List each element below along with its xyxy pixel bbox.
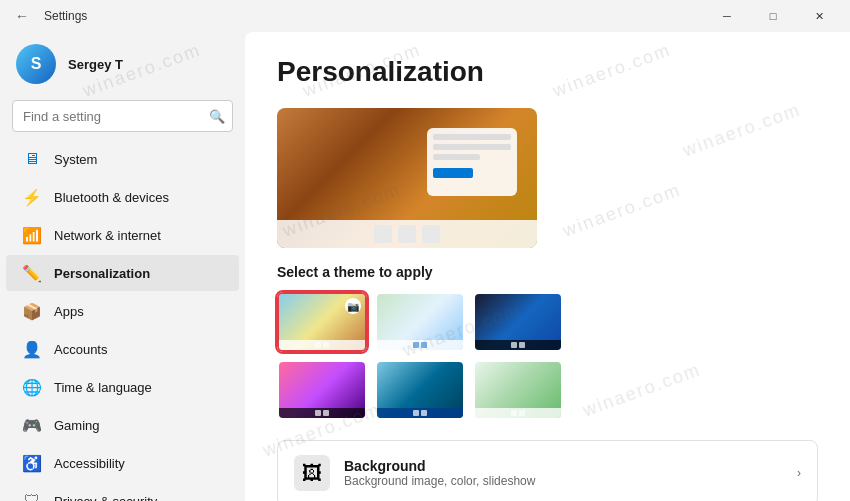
theme-2-taskbar bbox=[377, 340, 463, 350]
sidebar-item-bluetooth[interactable]: ⚡ Bluetooth & devices bbox=[6, 179, 239, 215]
sidebar-label-accounts: Accounts bbox=[54, 342, 107, 357]
avatar: S bbox=[16, 44, 56, 84]
preview-line-2 bbox=[433, 144, 511, 150]
taskbar-dot-3 bbox=[422, 225, 440, 243]
theme-section-label: Select a theme to apply bbox=[277, 264, 818, 280]
theme-3-taskbar bbox=[475, 340, 561, 350]
background-icon: 🖼 bbox=[294, 455, 330, 491]
privacy-icon: 🛡 bbox=[22, 491, 42, 501]
background-title: Background bbox=[344, 458, 797, 474]
theme-5-bg bbox=[377, 362, 463, 418]
sidebar-item-privacy[interactable]: 🛡 Privacy & security bbox=[6, 483, 239, 501]
theme-3-thumb[interactable] bbox=[473, 292, 563, 352]
taskbar-dot-1 bbox=[374, 225, 392, 243]
sidebar: S Sergey T 🔍 🖥 System ⚡ Bluetooth & devi… bbox=[0, 32, 245, 501]
minimize-button[interactable]: ─ bbox=[704, 0, 750, 32]
window-title: Settings bbox=[36, 9, 704, 23]
accounts-icon: 👤 bbox=[22, 339, 42, 359]
sidebar-item-gaming[interactable]: 🎮 Gaming bbox=[6, 407, 239, 443]
theme-2-bg bbox=[377, 294, 463, 350]
theme-1-thumb[interactable]: 📷 bbox=[277, 292, 367, 352]
selected-checkmark: 📷 bbox=[345, 298, 361, 314]
theme-6-taskbar bbox=[475, 408, 561, 418]
accessibility-icon: ♿ bbox=[22, 453, 42, 473]
back-button[interactable]: ← bbox=[8, 2, 36, 30]
content-area: Personalization Select a theme to apply bbox=[245, 32, 850, 501]
titlebar: ← Settings ─ □ ✕ bbox=[0, 0, 850, 32]
sidebar-item-network[interactable]: 📶 Network & internet bbox=[6, 217, 239, 253]
background-subtitle: Background image, color, slideshow bbox=[344, 474, 797, 488]
theme-3-bg bbox=[475, 294, 561, 350]
preview-window bbox=[427, 128, 517, 196]
page-title: Personalization bbox=[277, 56, 818, 88]
search-input[interactable] bbox=[12, 100, 233, 132]
theme-6-bg bbox=[475, 362, 561, 418]
sidebar-item-accessibility[interactable]: ♿ Accessibility bbox=[6, 445, 239, 481]
sidebar-item-time[interactable]: 🌐 Time & language bbox=[6, 369, 239, 405]
sidebar-label-system: System bbox=[54, 152, 97, 167]
background-section[interactable]: 🖼 Background Background image, color, sl… bbox=[277, 440, 818, 501]
theme-5-taskbar bbox=[377, 408, 463, 418]
network-icon: 📶 bbox=[22, 225, 42, 245]
theme-6-thumb[interactable] bbox=[473, 360, 563, 420]
sidebar-label-personalization: Personalization bbox=[54, 266, 150, 281]
sidebar-item-apps[interactable]: 📦 Apps bbox=[6, 293, 239, 329]
bluetooth-icon: ⚡ bbox=[22, 187, 42, 207]
close-button[interactable]: ✕ bbox=[796, 0, 842, 32]
sidebar-label-time: Time & language bbox=[54, 380, 152, 395]
preview-line-1 bbox=[433, 134, 511, 140]
preview-taskbar bbox=[277, 220, 537, 248]
window-controls: ─ □ ✕ bbox=[704, 0, 842, 32]
sidebar-label-bluetooth: Bluetooth & devices bbox=[54, 190, 169, 205]
sidebar-label-network: Network & internet bbox=[54, 228, 161, 243]
theme-2-thumb[interactable] bbox=[375, 292, 465, 352]
taskbar-dot-2 bbox=[398, 225, 416, 243]
sidebar-item-personalization[interactable]: ✏️ Personalization bbox=[6, 255, 239, 291]
preview-line-3 bbox=[433, 154, 480, 160]
maximize-button[interactable]: □ bbox=[750, 0, 796, 32]
user-info: S Sergey T bbox=[0, 32, 245, 96]
theme-grid: 📷 bbox=[277, 292, 818, 420]
personalization-icon: ✏️ bbox=[22, 263, 42, 283]
theme-5-thumb[interactable] bbox=[375, 360, 465, 420]
search-box[interactable]: 🔍 bbox=[12, 100, 233, 132]
app-container: S Sergey T 🔍 🖥 System ⚡ Bluetooth & devi… bbox=[0, 32, 850, 501]
user-name: Sergey T bbox=[68, 57, 123, 72]
sidebar-label-accessibility: Accessibility bbox=[54, 456, 125, 471]
system-icon: 🖥 bbox=[22, 149, 42, 169]
preview-background bbox=[277, 108, 537, 248]
sidebar-label-privacy: Privacy & security bbox=[54, 494, 157, 502]
search-icon: 🔍 bbox=[209, 109, 225, 124]
gaming-icon: 🎮 bbox=[22, 415, 42, 435]
sidebar-label-gaming: Gaming bbox=[54, 418, 100, 433]
theme-4-taskbar bbox=[279, 408, 365, 418]
theme-preview bbox=[277, 108, 537, 248]
time-icon: 🌐 bbox=[22, 377, 42, 397]
theme-4-thumb[interactable] bbox=[277, 360, 367, 420]
background-chevron-icon: › bbox=[797, 466, 801, 480]
sidebar-item-accounts[interactable]: 👤 Accounts bbox=[6, 331, 239, 367]
background-text-wrap: Background Background image, color, slid… bbox=[344, 458, 797, 488]
theme-1-taskbar bbox=[279, 340, 365, 350]
preview-button bbox=[433, 168, 473, 178]
apps-icon: 📦 bbox=[22, 301, 42, 321]
sidebar-label-apps: Apps bbox=[54, 304, 84, 319]
sidebar-item-system[interactable]: 🖥 System bbox=[6, 141, 239, 177]
theme-4-bg bbox=[279, 362, 365, 418]
